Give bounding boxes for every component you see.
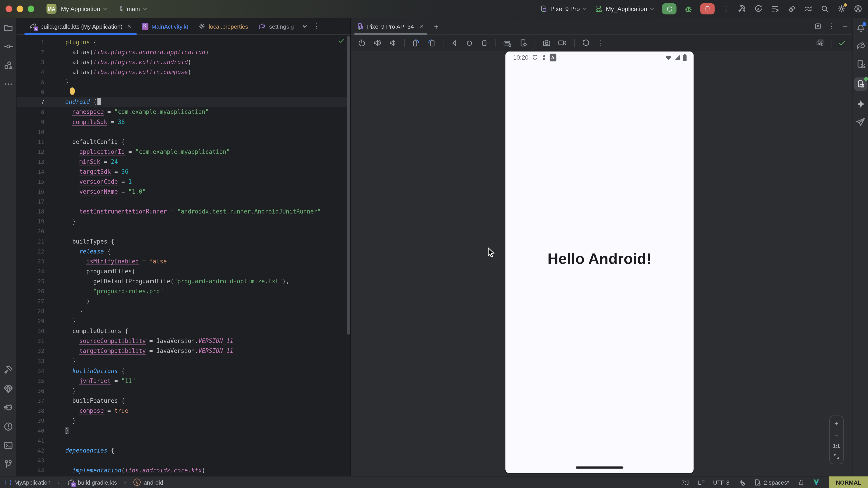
commit-icon[interactable] [3,41,13,52]
line-number[interactable]: 21 [17,238,44,244]
code-line-24[interactable]: 24 proguardFiles( [17,266,350,276]
notifications-button[interactable] [856,23,866,33]
code-line-10[interactable]: 10 [17,127,350,137]
code-line-9[interactable]: 9 compileSdk = 36 [17,117,350,127]
breadcrumb-element[interactable]: android [144,479,163,486]
branch-switcher[interactable]: main [117,5,147,12]
code-line-15[interactable]: 15 versionCode = 1 [17,176,350,186]
line-number[interactable]: 24 [17,268,44,274]
line-number[interactable]: 22 [17,248,44,254]
line-number[interactable]: 17 [17,198,44,204]
profiler-button[interactable] [771,4,779,13]
tab-build-gradle[interactable]: K build.gradle.kts (My Application) ✕ [24,18,136,34]
volume-up-icon[interactable] [373,39,381,47]
android-overview-icon[interactable] [480,39,488,47]
editor-scrollbar[interactable] [347,36,350,335]
run-more-menu[interactable]: ⋮ [722,5,730,12]
code-line-3[interactable]: 3 alias(libs.plugins.kotlin.android) [17,57,350,67]
tab-settings-gradle[interactable]: settings.g [253,18,299,34]
line-number[interactable]: 20 [17,228,44,234]
settings-button[interactable] [837,4,846,13]
virtual-input-icon[interactable] [503,38,512,47]
line-number[interactable]: 33 [17,358,44,364]
gradle-elephant-icon[interactable] [856,41,866,51]
line-number[interactable]: 27 [17,298,44,304]
tab-local-properties[interactable]: local.properties [193,18,253,34]
send-feedback-plane-icon[interactable] [856,117,866,127]
line-number[interactable]: 42 [17,447,44,453]
indent-widget[interactable]: 2 spaces* [754,478,789,486]
line-number[interactable]: 4 [17,69,44,75]
code-line-42[interactable]: 42dependencies { [17,445,350,455]
rerun-button[interactable] [662,3,677,14]
add-device-tab-button[interactable]: + [434,22,438,31]
code-line-38[interactable]: 38 compose = true [17,405,350,416]
code-line-41[interactable]: 41 [17,435,350,445]
code-line-6[interactable]: 6 [17,87,350,97]
tab-list-chevron-icon[interactable] [302,24,307,29]
code-line-35[interactable]: 35 jvmTarget = "11" [17,376,350,386]
line-separator-widget[interactable]: LF [698,479,705,486]
close-device-tab-icon[interactable]: ✕ [419,23,424,29]
zoom-in-button[interactable]: + [834,420,839,427]
line-number[interactable]: 5 [17,79,44,85]
run-configuration-selector[interactable]: My_Application [595,5,654,12]
minimize-window-button[interactable] [17,5,23,12]
search-everywhere-button[interactable] [820,4,829,13]
code-line-30[interactable]: 30 compileOptions { [17,326,350,336]
close-window-button[interactable] [5,5,12,12]
code-line-36[interactable]: 36 } [17,386,350,396]
project-folder-icon[interactable] [3,23,13,33]
line-number[interactable]: 8 [17,109,44,115]
code-line-39[interactable]: 39 } [17,416,350,425]
ideavim-icon[interactable] [813,479,820,486]
code-line-17[interactable]: 17 [17,196,350,206]
line-number[interactable]: 26 [17,288,44,294]
code-line-1[interactable]: 1plugins { [17,37,350,47]
line-number[interactable]: 7 [17,99,44,105]
line-number[interactable]: 18 [17,208,44,215]
line-number[interactable]: 38 [17,408,44,414]
power-button-icon[interactable] [358,39,366,47]
code-line-27[interactable]: 27 ) [17,296,350,306]
code-line-18[interactable]: 18 testInstrumentationRunner = "androidx… [17,206,350,216]
running-devices-button[interactable] [854,77,867,91]
code-line-25[interactable]: 25 getDefaultProguardFile("proguard-andr… [17,276,350,286]
device-more-icon[interactable]: ⋮ [597,39,604,46]
android-back-icon[interactable] [451,39,458,47]
line-number[interactable]: 12 [17,149,44,155]
more-tool-windows-icon[interactable] [3,79,13,89]
inspections-ok-icon[interactable] [338,37,345,44]
line-number[interactable]: 31 [17,338,44,344]
ai-assistant-off-icon[interactable] [738,478,745,486]
android-home-icon[interactable] [466,39,473,47]
code-line-32[interactable]: 32 targetCompatibility = JavaVersion.VER… [17,346,350,356]
code-line-23[interactable]: 23 isMinifyEnabled = false [17,256,350,266]
code-line-29[interactable]: 29 } [17,316,350,326]
caret-position-widget[interactable]: 7:9 [682,479,690,486]
code-line-34[interactable]: 34 kotlinOptions { [17,366,350,376]
code-line-13[interactable]: 13 minSdk = 24 [17,157,350,166]
zoom-window-button[interactable] [28,5,34,12]
debug-button[interactable] [684,5,692,13]
device-manager-icon[interactable] [856,59,866,69]
sync-project-button[interactable]: A [754,4,763,13]
line-number[interactable]: 25 [17,278,44,284]
line-number[interactable]: 32 [17,348,44,354]
gem-icon[interactable] [3,384,13,394]
ui-check-icon[interactable] [816,39,825,47]
breadcrumb-file[interactable]: build.gradle.kts [78,479,117,486]
code-line-40[interactable]: 40} [17,425,350,435]
line-number[interactable]: 23 [17,258,44,264]
line-number[interactable]: 11 [17,138,44,144]
resource-manager-icon[interactable] [3,60,13,70]
lock-open-icon[interactable] [798,478,804,486]
line-number[interactable]: 28 [17,308,44,314]
code-editor[interactable]: 1plugins {2 alias(libs.plugins.android.a… [17,35,350,476]
build-tool-window-icon[interactable] [3,365,13,375]
code-line-5[interactable]: 5} [17,77,350,87]
code-line-31[interactable]: 31 sourceCompatibility = JavaVersion.VER… [17,336,350,346]
line-number[interactable]: 37 [17,398,44,404]
tab-options-icon[interactable]: ⋮ [313,23,320,30]
line-number[interactable]: 1 [17,39,44,45]
